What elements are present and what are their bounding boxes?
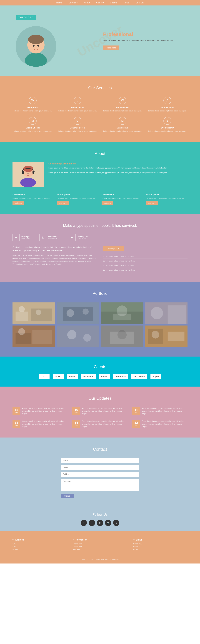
submit-button[interactable]: Submit — [61, 494, 74, 498]
main-nav: HomeServicesAboutGalleryClientsNewsConta… — [0, 0, 200, 6]
spec-label-sub: Inline or text — [22, 238, 30, 240]
update-date: 15 /08 — [12, 407, 20, 415]
update-day: 16 — [74, 408, 78, 412]
nav-item-gallery[interactable]: Gallery — [96, 2, 104, 4]
portfolio-item[interactable] — [100, 302, 144, 324]
svg-point-27 — [151, 307, 163, 319]
update-item: 11 /08 Asum dolor sit amet, consectetur … — [132, 407, 188, 415]
portfolio-item[interactable] — [56, 302, 100, 324]
service-item: M Middle Of Text Lahead sheets containin… — [12, 117, 53, 132]
service-name: Whi Shammer — [102, 106, 143, 109]
email-field[interactable] — [61, 465, 139, 470]
name-field[interactable] — [61, 458, 139, 463]
nav-item-home[interactable]: Home — [56, 2, 62, 4]
nav-item-about[interactable]: About — [84, 2, 90, 4]
footer-col: PhonesFaxPhone: YouPhone: YouFax: FAX — [73, 538, 127, 551]
footer-col-title: Email — [133, 538, 188, 541]
footer-item: E02 — [12, 546, 67, 548]
update-date: 13 /08 — [12, 420, 20, 428]
update-month: /08 — [14, 424, 19, 426]
about-col-button[interactable]: read more — [12, 201, 24, 204]
form-field — [61, 458, 139, 463]
client-logo: fferma — [67, 374, 78, 379]
client-logo: JAYHOSEN — [132, 374, 147, 379]
social-instagram[interactable]: 📷 — [105, 520, 111, 526]
about-section: About Containing Lorem Ipsum Lorem ipsum… — [0, 142, 200, 214]
about-col-button[interactable]: read more — [102, 201, 113, 204]
svg-point-38 — [118, 330, 127, 339]
update-day: 12 — [134, 421, 138, 424]
nav-item-contact[interactable]: Contact — [136, 2, 144, 4]
update-item: 13 /08 Asum dolor sit amet, consectetur … — [12, 420, 68, 428]
about-col-button[interactable]: read more — [57, 201, 68, 204]
update-day: 14 — [74, 421, 78, 424]
update-month: /08 — [74, 424, 78, 426]
about-col-button[interactable]: read more — [146, 201, 158, 204]
service-desc: Lahead sheets containing Lorem ipsum pas… — [58, 110, 98, 112]
portfolio-item[interactable] — [56, 325, 100, 347]
specimen-icon-label: Making This Inline or text — [78, 236, 88, 240]
about-title: About — [12, 151, 188, 156]
portfolio-item[interactable] — [12, 325, 55, 347]
hero-badge: THRONGED — [16, 15, 36, 20]
updates-title: Our Updates — [12, 396, 188, 401]
portfolio-item[interactable] — [145, 325, 188, 347]
client-logo: ALLIANCE — [113, 374, 128, 379]
svg-rect-33 — [56, 326, 100, 347]
service-icon: M — [118, 117, 126, 125]
footer-item: Phone: You — [73, 543, 127, 545]
service-desc: Lahead sheets containing Lorem ipsum pas… — [12, 110, 53, 112]
specimen-icon-label: Opponent Tr Inline or text — [48, 236, 59, 240]
update-text: Asum dolor sit amet, consectetur adipisc… — [22, 407, 68, 415]
nav-item-services[interactable]: Services — [68, 2, 78, 4]
svg-point-3 — [33, 45, 34, 46]
about-col-desc: Lahead sheets containing Lorem ipsum pas… — [102, 197, 143, 200]
specimen-icon-label: Making It Inline or text — [22, 236, 30, 240]
portfolio-section: Portfolio — [0, 282, 200, 356]
svg-rect-29 — [16, 333, 31, 344]
svg-point-14 — [18, 306, 25, 312]
message-field[interactable] — [61, 478, 139, 491]
about-para1: Lorem ipsum is that it has a more-or-les… — [48, 166, 188, 170]
contact-title: Contact — [12, 447, 188, 452]
about-content: Containing Lorem Ipsum Lorem ipsum is th… — [12, 162, 188, 187]
about-col-title: Lorem Ipsum — [57, 194, 98, 196]
specimen-list-item: Lorem ipsum is that it has a more-or-les… — [103, 259, 188, 263]
service-icon: M — [29, 117, 36, 125]
svg-point-42 — [152, 331, 159, 338]
nav-item-news[interactable]: News — [124, 2, 130, 4]
footer-item: E_Mail — [12, 548, 67, 550]
about-col-title: Lorem Ipsum — [102, 194, 143, 196]
subject-field[interactable] — [61, 472, 139, 477]
form-field — [61, 478, 139, 492]
portfolio-item[interactable] — [12, 302, 55, 324]
footer-item: Email: YOU — [133, 548, 188, 550]
hero-read-more-button[interactable]: Read more — [103, 46, 119, 50]
social-googleplus[interactable]: g+ — [97, 520, 103, 526]
portfolio-item[interactable] — [100, 325, 144, 347]
service-name: Alternation In — [147, 106, 188, 109]
svg-point-16 — [36, 310, 41, 315]
service-item: A Alternation In Lahead sheets containin… — [147, 96, 188, 112]
nav-item-clients[interactable]: Clients — [110, 2, 117, 4]
about-col: Lorem Ipsum Lahead sheets containing Lor… — [57, 194, 98, 204]
service-icon: E — [164, 117, 171, 125]
footer-item: E01 — [12, 543, 67, 545]
svg-point-10 — [20, 178, 36, 187]
hero-left: THRONGED — [16, 15, 97, 67]
about-subtitle: Containing Lorem Ipsum — [48, 162, 188, 165]
about-text: Containing Lorem Ipsum Lorem ipsum is th… — [48, 162, 188, 187]
about-col: Lorem Ipsum Lahead sheets containing Lor… — [102, 194, 143, 204]
specimen-icon-item: ◎ Opponent Tr Inline or text — [39, 234, 59, 241]
social-facebook[interactable]: f — [80, 520, 87, 526]
portfolio-item[interactable] — [145, 302, 188, 324]
client-logo: nd — [38, 374, 50, 379]
specimen-body: Containing Lorem Ipsum Lorem ipsum is th… — [12, 246, 188, 272]
service-icon: G — [74, 117, 82, 125]
footer-col-title: PhonesFax — [73, 538, 127, 541]
specimen-left-para: Lorem ipsum is that it has a more-or-les… — [12, 254, 97, 266]
social-tumblr[interactable]: t — [113, 520, 120, 526]
specimen-cta-button[interactable]: Making It now — [103, 246, 124, 251]
social-twitter[interactable]: t — [89, 520, 95, 526]
specimen-icon: ◎ — [39, 234, 46, 241]
